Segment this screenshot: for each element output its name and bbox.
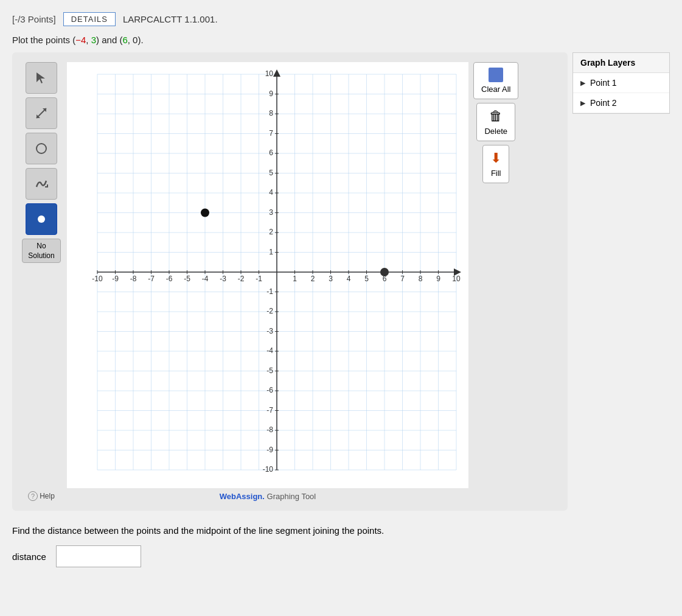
graph-area[interactable]: WebAssign. Graphing Tool bbox=[67, 62, 468, 501]
no-solution-button[interactable]: No Solution bbox=[22, 239, 61, 263]
webassign-label: WebAssign. Graphing Tool bbox=[67, 492, 468, 501]
point-tool-button[interactable] bbox=[26, 203, 57, 235]
toolbar: No Solution ? Help bbox=[22, 62, 61, 501]
select-tool-button[interactable] bbox=[26, 62, 57, 94]
delete-button[interactable]: 🗑 Delete bbox=[476, 103, 515, 141]
resize-tool-button[interactable] bbox=[26, 97, 57, 129]
instruction-text: Find the distance between the points and… bbox=[12, 525, 670, 536]
help-link[interactable]: ? Help bbox=[28, 491, 55, 501]
curve-tool-button[interactable] bbox=[26, 168, 57, 200]
svg-marker-0 bbox=[37, 72, 45, 83]
graph-layers-panel: Graph Layers ▶ Point 1 ▶ Point 2 bbox=[572, 52, 670, 114]
bottom-section: Find the distance between the points and… bbox=[12, 525, 670, 567]
svg-point-4 bbox=[37, 144, 46, 153]
layer-point2[interactable]: ▶ Point 2 bbox=[573, 93, 669, 113]
fill-icon: ⬇ bbox=[490, 150, 501, 166]
graph-right-controls: Clear All 🗑 Delete ⬇ Fill bbox=[473, 62, 518, 501]
fill-button[interactable]: ⬇ Fill bbox=[482, 145, 509, 183]
trash-icon: 🗑 bbox=[489, 108, 503, 124]
graph-layers-title: Graph Layers bbox=[573, 53, 669, 73]
distance-input[interactable] bbox=[56, 545, 141, 567]
points-label: [-/3 Points] bbox=[12, 14, 56, 24]
course-code: LARPCALCTT 1.1.001. bbox=[123, 14, 218, 24]
circle-tool-button[interactable] bbox=[26, 133, 57, 164]
svg-point-5 bbox=[38, 215, 45, 223]
layer-point1-arrow: ▶ bbox=[580, 79, 585, 87]
clear-all-button[interactable]: Clear All bbox=[473, 62, 518, 99]
problem-title: Plot the points (−4, 3) and (6, 0). bbox=[12, 35, 670, 45]
graph-canvas[interactable] bbox=[67, 62, 468, 488]
layer-point1[interactable]: ▶ Point 1 bbox=[573, 73, 669, 93]
layer-point2-arrow: ▶ bbox=[580, 99, 585, 107]
layer-point1-label: Point 1 bbox=[590, 78, 617, 88]
distance-row: distance bbox=[12, 545, 670, 567]
layer-point2-label: Point 2 bbox=[590, 98, 617, 108]
details-button[interactable]: DETAILS bbox=[63, 12, 116, 26]
distance-label: distance bbox=[12, 551, 46, 562]
